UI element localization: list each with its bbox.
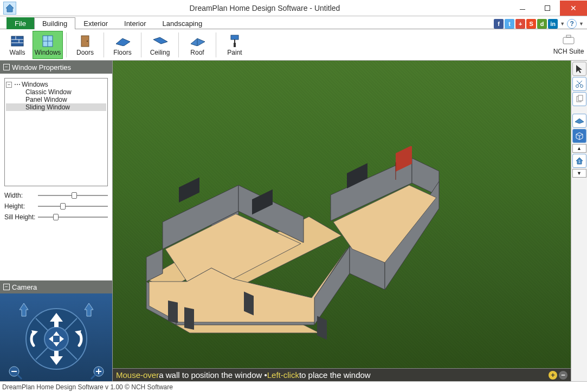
tab-exterior[interactable]: Exterior [75,17,116,29]
zoom-out-icon[interactable]: − [559,371,567,380]
ribbon-doors[interactable]: Doors [70,31,100,59]
twitter-icon[interactable]: t [505,19,514,29]
ribbon-paint[interactable]: Paint [220,31,250,59]
facebook-icon[interactable]: f [494,19,504,29]
svg-rect-64 [317,316,327,340]
camera-panel-title: − Camera [0,280,112,293]
floor-down-button[interactable]: ▼ [572,169,586,178]
tree-root[interactable]: − ⋯ Windows [6,81,106,88]
hint-highlight-2: Left-click [267,370,299,380]
tab-landscaping[interactable]: Landscaping [154,17,210,29]
ribbon-label: Windows [35,49,61,56]
cut-tool[interactable] [572,77,586,91]
sill-height-label: Sill Height: [4,213,38,221]
camera-up-right[interactable] [85,303,93,316]
camera-zoom-out[interactable] [9,367,22,379]
svg-marker-12 [191,38,205,46]
height-slider[interactable] [38,202,108,210]
ribbon-walls[interactable]: Walls [2,31,33,59]
tree-collapse-icon[interactable]: − [6,82,12,88]
collapse-icon[interactable]: − [3,284,10,290]
selection-tool[interactable] [572,62,586,76]
main-tabstrip: File Building Exterior Interior Landscap… [0,16,587,29]
minimize-button[interactable] [510,1,535,16]
linkedin-icon[interactable]: in [548,19,558,29]
help-dropdown[interactable]: ▼ [578,21,585,27]
svg-text:1: 1 [578,160,580,164]
3d-view-tool[interactable] [572,129,586,143]
windows-icon [40,34,55,49]
window-title: DreamPlan Home Design Software - Untitle… [20,4,510,12]
panel-title-text: Window Properties [12,63,71,71]
walls-icon [10,34,25,49]
svg-rect-18 [566,35,571,37]
viewport-3d[interactable] [113,61,571,368]
ribbon-roof[interactable]: Roof [182,31,212,59]
maximize-button[interactable] [535,1,560,16]
help-icon[interactable]: ? [567,19,577,29]
properties-panel-title: − Window Properties [0,61,112,74]
svg-line-31 [17,375,22,379]
hint-highlight-1: Mouse-over [116,370,159,380]
height-label: Height: [4,202,38,210]
zoom-in-icon[interactable]: + [549,371,557,380]
ribbon-toolbar: Walls Windows Doors Floors Ceiling Roof [0,29,587,61]
social-dropdown[interactable]: ▼ [559,21,566,27]
floors-icon [115,34,130,49]
suite-label: NCH Suite [553,48,584,55]
floor-indicator[interactable]: 1 [572,154,586,168]
svg-point-9 [87,41,88,42]
digg-icon[interactable]: d [537,19,547,29]
svg-rect-0 [11,36,23,46]
tree-item-sliding-window[interactable]: Sliding Window [6,103,106,111]
ribbon-label: Walls [10,49,25,56]
ribbon-label: Doors [76,49,94,56]
svg-rect-70 [578,95,583,101]
width-slider[interactable] [38,192,108,199]
close-button[interactable]: ✕ [560,1,587,16]
svg-rect-14 [231,35,238,40]
tab-file[interactable]: File [7,17,34,29]
ribbon-ceiling[interactable]: Ceiling [145,31,175,59]
ribbon-label: Floors [113,49,131,56]
tree-root-label: Windows [22,81,48,88]
svg-line-68 [577,81,581,85]
hint-text-2: to place the window [299,370,371,380]
floor-up-button[interactable]: ▲ [572,144,586,153]
status-text: DreamPlan Home Design Software v 1.00 © … [2,383,173,391]
sill-height-slider[interactable] [38,213,108,221]
ribbon-label: Paint [227,49,242,56]
camera-controls [0,293,112,381]
window-tree[interactable]: − ⋯ Windows Classic Window Panel Window … [4,78,108,186]
svg-marker-11 [153,37,167,44]
ribbon-label: Roof [190,49,204,56]
svg-line-35 [91,375,95,379]
stumbleupon-icon[interactable]: S [526,19,536,29]
ribbon-floors[interactable]: Floors [107,31,138,59]
nch-suite-button[interactable]: NCH Suite [552,31,585,59]
suite-icon [562,34,576,48]
tree-item-classic-window[interactable]: Classic Window [6,88,106,96]
svg-point-22 [44,327,68,351]
collapse-icon[interactable]: − [3,64,10,70]
roof-icon [190,34,205,49]
ceiling-icon [152,34,167,49]
tab-building[interactable]: Building [34,17,75,29]
svg-rect-17 [563,37,574,44]
svg-rect-62 [184,307,194,330]
tree-item-panel-window[interactable]: Panel Window [6,96,106,103]
ribbon-windows[interactable]: Windows [33,31,63,59]
svg-marker-71 [575,119,584,123]
hint-text-1: a wall to position the window • [159,370,267,380]
copy-tool[interactable] [572,92,586,106]
camera-up-left[interactable] [20,303,28,316]
google-plus-icon[interactable]: + [515,19,525,29]
right-toolrail: ▲ 1 ▼ [571,61,587,381]
camera-zoom-in[interactable] [91,367,104,379]
svg-rect-56 [179,178,199,203]
svg-rect-61 [168,300,178,323]
width-label: Width: [4,192,38,199]
floor-view-tool[interactable] [572,114,586,128]
svg-point-65 [576,85,578,88]
tab-interior[interactable]: Interior [116,17,154,29]
